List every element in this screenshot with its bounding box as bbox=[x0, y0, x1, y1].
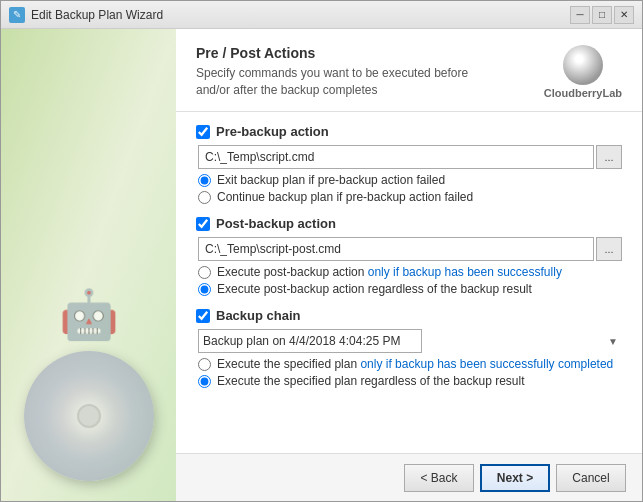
back-button[interactable]: < Back bbox=[404, 464, 474, 492]
disc-decoration bbox=[24, 351, 154, 481]
post-backup-input[interactable] bbox=[198, 237, 594, 261]
backup-chain-radio-group: Execute the specified plan only if backu… bbox=[198, 357, 622, 388]
backup-chain-checkbox-label[interactable]: Backup chain bbox=[196, 308, 622, 323]
backup-chain-dropdown[interactable]: Backup plan on 4/4/2018 4:04:25 PM bbox=[198, 329, 422, 353]
pre-backup-browse-button[interactable]: ... bbox=[596, 145, 622, 169]
cancel-button[interactable]: Cancel bbox=[556, 464, 626, 492]
pre-backup-section: Pre-backup action ... Exit backup plan i… bbox=[196, 124, 622, 204]
pre-backup-checkbox-label[interactable]: Pre-backup action bbox=[196, 124, 622, 139]
header-text: Pre / Post Actions Specify commands you … bbox=[196, 45, 468, 99]
backup-chain-section: Backup chain Backup plan on 4/4/2018 4:0… bbox=[196, 308, 622, 388]
footer: < Back Next > Cancel bbox=[176, 453, 642, 501]
right-panel: Pre / Post Actions Specify commands you … bbox=[176, 29, 642, 501]
post-backup-section: Post-backup action ... Execute post-back… bbox=[196, 216, 622, 296]
dropdown-arrow-icon: ▼ bbox=[608, 336, 618, 347]
backup-chain-dropdown-wrapper: Backup plan on 4/4/2018 4:04:25 PM ▼ bbox=[198, 329, 622, 353]
logo: CloudberryLab bbox=[544, 45, 622, 99]
pre-backup-checkbox[interactable] bbox=[196, 125, 210, 139]
pre-backup-input-row: ... bbox=[198, 145, 622, 169]
wizard-window: ✎ Edit Backup Plan Wizard ─ □ ✕ 🤖 Pre / … bbox=[0, 0, 643, 502]
backup-chain-radio-only-success[interactable]: Execute the specified plan only if backu… bbox=[198, 357, 622, 371]
left-panel: 🤖 bbox=[1, 29, 176, 501]
post-backup-input-row: ... bbox=[198, 237, 622, 261]
backup-chain-radio-regardless[interactable]: Execute the specified plan regardless of… bbox=[198, 374, 622, 388]
form-section: Pre-backup action ... Exit backup plan i… bbox=[176, 112, 642, 453]
pre-backup-radio-group: Exit backup plan if pre-backup action fa… bbox=[198, 173, 622, 204]
maximize-button[interactable]: □ bbox=[592, 6, 612, 24]
post-backup-radio-success-input[interactable] bbox=[198, 266, 211, 279]
minimize-button[interactable]: ─ bbox=[570, 6, 590, 24]
post-backup-radio-only-success[interactable]: Execute post-backup action only if backu… bbox=[198, 265, 622, 279]
logo-text: CloudberryLab bbox=[544, 87, 622, 99]
post-backup-radio-regardless-input[interactable] bbox=[198, 283, 211, 296]
title-bar: ✎ Edit Backup Plan Wizard ─ □ ✕ bbox=[1, 1, 642, 29]
window-icon: ✎ bbox=[9, 7, 25, 23]
window-title: Edit Backup Plan Wizard bbox=[31, 8, 570, 22]
left-panel-decoration: 🤖 bbox=[1, 287, 176, 501]
pre-backup-radio-continue[interactable]: Continue backup plan if pre-backup actio… bbox=[198, 190, 622, 204]
pre-backup-radio-continue-input[interactable] bbox=[198, 191, 211, 204]
content-area: 🤖 Pre / Post Actions Specify commands yo… bbox=[1, 29, 642, 501]
backup-chain-radio-success-input[interactable] bbox=[198, 358, 211, 371]
next-button[interactable]: Next > bbox=[480, 464, 550, 492]
page-title: Pre / Post Actions bbox=[196, 45, 468, 61]
pre-backup-radio-exit-input[interactable] bbox=[198, 174, 211, 187]
title-bar-controls: ─ □ ✕ bbox=[570, 6, 634, 24]
logo-icon bbox=[563, 45, 603, 85]
post-backup-browse-button[interactable]: ... bbox=[596, 237, 622, 261]
backup-chain-checkbox[interactable] bbox=[196, 309, 210, 323]
backup-chain-radio-regardless-input[interactable] bbox=[198, 375, 211, 388]
post-backup-radio-regardless[interactable]: Execute post-backup action regardless of… bbox=[198, 282, 622, 296]
robot-icon: 🤖 bbox=[24, 287, 154, 343]
post-backup-radio-group: Execute post-backup action only if backu… bbox=[198, 265, 622, 296]
backup-chain-dropdown-row: Backup plan on 4/4/2018 4:04:25 PM ▼ bbox=[198, 329, 622, 353]
pre-backup-input[interactable] bbox=[198, 145, 594, 169]
post-backup-checkbox-label[interactable]: Post-backup action bbox=[196, 216, 622, 231]
post-backup-checkbox[interactable] bbox=[196, 217, 210, 231]
close-button[interactable]: ✕ bbox=[614, 6, 634, 24]
page-description: Specify commands you want to be executed… bbox=[196, 65, 468, 99]
header-section: Pre / Post Actions Specify commands you … bbox=[176, 29, 642, 112]
pre-backup-radio-exit[interactable]: Exit backup plan if pre-backup action fa… bbox=[198, 173, 622, 187]
